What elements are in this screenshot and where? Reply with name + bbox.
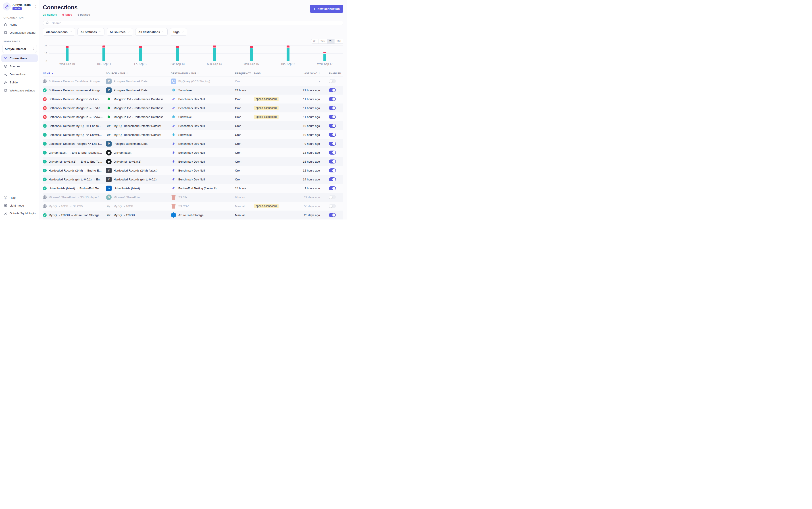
table-row[interactable]: MySQL - 10GB → S3 CSV MySQL - 10GB S3 CS… xyxy=(43,202,343,210)
range-option-6h[interactable]: 6h xyxy=(312,39,318,43)
table-row[interactable]: LinkedIn Ads (latest) → End-to-End Testi… xyxy=(43,184,343,193)
filter-all-statuses[interactable]: All statuses xyxy=(77,28,104,36)
airbyte-logo-icon: ∞ xyxy=(3,2,11,10)
builder-icon xyxy=(4,80,7,84)
enabled-toggle[interactable] xyxy=(329,177,336,181)
source-name: MySQL - 128GB xyxy=(113,213,135,217)
table-row[interactable]: Bottleneck Detector Candidate: Postgres … xyxy=(43,77,343,86)
chart-y-axis: 32 16 0 xyxy=(43,45,48,61)
enabled-toggle[interactable] xyxy=(329,213,336,217)
table-row[interactable]: MySQL - 128GB → Azure Blob Storage JSOn … xyxy=(43,210,343,219)
last-sync-value: 10 hours ago xyxy=(289,124,320,128)
enabled-toggle[interactable] xyxy=(329,142,336,146)
column-header-last-sync[interactable]: LAST SYNC ▲▼ xyxy=(289,72,320,75)
enabled-toggle[interactable] xyxy=(329,160,336,164)
column-header-source-name[interactable]: SOURCE NAME ▲▼ xyxy=(106,72,171,75)
last-sync-value: 11 hours ago xyxy=(289,115,320,118)
section-label-workspace: WORKSPACE xyxy=(4,40,35,43)
destination-name: Benchmark Dev Null xyxy=(178,106,205,110)
sidebar-item-connections[interactable]: Connections xyxy=(1,55,38,62)
last-sync-value: 10 hours ago xyxy=(289,133,320,136)
range-option-30d[interactable]: 30d xyxy=(334,39,343,43)
gear-icon xyxy=(4,89,7,92)
enabled-toggle[interactable] xyxy=(329,150,336,155)
search-icon xyxy=(46,21,49,25)
last-sync-value: 15 hours ago xyxy=(289,160,320,163)
sidebar-item-workspace-settings[interactable]: Workspace settings xyxy=(1,87,38,94)
destination-name: Snowflake xyxy=(178,89,192,92)
table-row[interactable]: Hardcoded Records (24M) → End-to-End Te.… xyxy=(43,166,343,175)
enabled-toggle[interactable] xyxy=(329,195,336,199)
enabled-toggle[interactable] xyxy=(329,115,336,119)
table-row[interactable]: Bottleneck Detector: MongoDb <> End-to-E… xyxy=(43,95,343,103)
destination-name: S3 CSV xyxy=(178,205,189,208)
frequency-value: Cron xyxy=(235,178,254,181)
destination-name: Benchmark Dev Null xyxy=(178,178,205,181)
workspace-selector[interactable]: Airbyte Internal ▲▼ xyxy=(2,45,37,53)
enabled-toggle[interactable] xyxy=(329,97,336,101)
sidebar-item-sources[interactable]: Sources xyxy=(1,63,38,70)
source-name: Postgres Benchmark Data xyxy=(113,80,148,83)
table-row[interactable]: Bottleneck Detector: MongoDb → Snowflake… xyxy=(43,112,343,121)
column-header-destination-name[interactable]: DESTINATION NAME ▲▼ xyxy=(171,72,235,75)
sidebar-item-builder[interactable]: Builder xyxy=(1,78,38,86)
source-icon xyxy=(106,132,111,138)
range-option-7d[interactable]: 7d xyxy=(327,39,334,43)
table-row[interactable]: Bottleneck Detector: MongoDb → End-to-En… xyxy=(43,103,343,112)
enabled-toggle[interactable] xyxy=(329,186,336,190)
filter-tags[interactable]: Tags xyxy=(170,28,187,36)
destination-name: S3 File xyxy=(178,196,187,199)
new-connection-button[interactable]: + New connection xyxy=(310,5,343,13)
search-input[interactable] xyxy=(51,21,340,25)
source-name: MySQL - 10GB xyxy=(113,205,133,208)
source-icon xyxy=(106,150,111,156)
last-sync-value: 3 hours ago xyxy=(289,187,320,190)
source-icon xyxy=(106,105,111,111)
enabled-toggle[interactable] xyxy=(329,79,336,83)
sidebar-item-light-mode[interactable]: Light mode xyxy=(1,202,38,209)
destination-icon xyxy=(171,78,176,84)
table-row[interactable]: Bottleneck Detector: Incremental Postgre… xyxy=(43,86,343,95)
sidebar-item-user[interactable]: Octavia Squiddington xyxy=(1,209,38,217)
frequency-value: Manual xyxy=(235,205,254,208)
org-switcher[interactable]: ∞ Airbyte Team TEAMS ▲▼ xyxy=(0,0,39,13)
table-row[interactable]: GitHub (latest) → End-to-End Testing (/d… xyxy=(43,148,343,157)
filter-all-sources[interactable]: All sources xyxy=(107,28,133,36)
table-row[interactable]: Microsoft SharePoint → S3 (13mb performa… xyxy=(43,193,343,202)
table-row[interactable]: Bottleneck Detector: MySQL <> End-to-End… xyxy=(43,121,343,130)
enabled-toggle[interactable] xyxy=(329,204,336,208)
connections-table: NAME ▲ SOURCE NAME ▲▼ DESTINATION NAME ▲… xyxy=(43,70,343,219)
sync-bar xyxy=(250,46,253,61)
last-sync-value: 11 hours ago xyxy=(289,98,320,101)
enabled-toggle[interactable] xyxy=(329,88,336,92)
filter-all-destinations[interactable]: All destinations xyxy=(135,28,168,36)
table-row[interactable]: Bottleneck Detector: Postgres <> End-to-… xyxy=(43,139,343,148)
sort-icon: ▲▼ xyxy=(126,72,128,75)
filter-all-connections[interactable]: All connections xyxy=(43,28,75,36)
enabled-toggle[interactable] xyxy=(329,124,336,128)
source-icon xyxy=(106,114,111,120)
table-row[interactable]: Bottleneck Detector: MySQL <> Snowflake … xyxy=(43,130,343,139)
enabled-toggle[interactable] xyxy=(329,168,336,172)
table-row[interactable]: GitHub (pin to v1.8.1) → End-to-End Test… xyxy=(43,157,343,166)
sidebar-item-help[interactable]: ? Help xyxy=(1,194,38,201)
table-row[interactable]: Hardcoded Records (pin to 0.0.1) → End-t… xyxy=(43,175,343,184)
frequency-value: Cron xyxy=(235,160,254,163)
status-icon xyxy=(43,151,47,155)
enabled-toggle[interactable] xyxy=(329,133,336,137)
sync-bar xyxy=(139,46,142,61)
chevron-updown-icon: ▲▼ xyxy=(33,47,34,50)
last-sync-value: - xyxy=(289,80,320,83)
sidebar-item-organization-settings[interactable]: Organization settings xyxy=(1,29,38,36)
sidebar-item-destinations[interactable]: Destinations xyxy=(1,70,38,78)
column-header-name[interactable]: NAME ▲ xyxy=(43,72,106,75)
user-icon xyxy=(4,211,7,215)
connection-name: GitHub (latest) → End-to-End Testing (/d… xyxy=(48,151,103,155)
source-name: MySQL Benchmark Detector Dataset xyxy=(113,124,161,128)
sidebar-item-home[interactable]: Home xyxy=(1,21,38,28)
range-option-24h[interactable]: 24h xyxy=(318,39,327,43)
main-content: Connections 29 healthy · 5 failed · 5 pa… xyxy=(39,0,347,219)
source-icon xyxy=(106,203,111,209)
column-header-frequency: FREQUENCY xyxy=(235,72,254,75)
enabled-toggle[interactable] xyxy=(329,106,336,110)
